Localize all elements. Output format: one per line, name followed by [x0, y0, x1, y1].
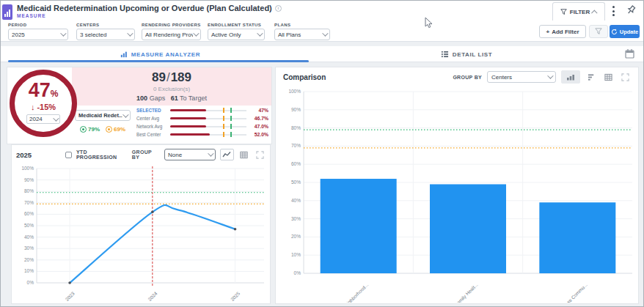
benchmark-label: Network Avg — [136, 124, 170, 129]
calendar-icon[interactable] — [625, 48, 634, 62]
chevron-down-icon — [122, 111, 128, 117]
svg-text:0%: 0% — [294, 270, 301, 275]
benchmark-label: Best Center — [136, 132, 170, 137]
green-threshold-tick — [230, 124, 232, 129]
benchmark-row: Best Center 52.0% — [136, 130, 268, 138]
target-ring-icon — [80, 126, 87, 133]
filter-centers-label: CENTERS — [76, 23, 135, 27]
mouse-cursor — [425, 17, 433, 32]
svg-text:Neighborhood...: Neighborhood... — [342, 282, 370, 303]
more-options-button[interactable] — [608, 5, 618, 17]
green-threshold-tick — [230, 116, 232, 121]
filter-rendering-providers-select[interactable]: All Rendering Provid... — [142, 29, 201, 40]
tab-strip: MEASURE ANALYZER DETAIL LIST — [1, 46, 643, 62]
comparison-bar-chart: 0%10%20%30%40%50%60%70%80%90%100%Neighbo… — [280, 87, 635, 303]
filter-centers: CENTERS 3 selected — [76, 23, 135, 40]
svg-text:50%: 50% — [291, 180, 301, 185]
target-green-badge: 79% — [80, 126, 100, 133]
target-green-value: 79% — [88, 126, 100, 133]
tab-detail-list[interactable]: DETAIL LIST — [320, 46, 613, 62]
clear-filter-button[interactable] — [589, 25, 608, 38]
plus-icon: + — [546, 29, 549, 35]
filter-enrollment-status-value: Active Only — [211, 32, 241, 38]
expand-button[interactable] — [255, 149, 266, 160]
orange-threshold-tick — [223, 108, 224, 113]
add-filter-label: Add Filter — [552, 29, 579, 35]
benchmark-value: 47% — [246, 108, 268, 113]
filter-enrollment-status-select[interactable]: Active Only — [208, 29, 265, 40]
page-title: Medicaid Redetermination Upcoming or Ove… — [17, 4, 282, 12]
table-view-button[interactable] — [238, 149, 249, 160]
add-filter-button[interactable]: +Add Filter — [539, 25, 586, 38]
svg-text:100%: 100% — [21, 166, 34, 171]
ytd-progression-label: YTD PROGRESSION — [76, 149, 128, 160]
chevron-down-icon — [193, 30, 199, 36]
svg-text:2023: 2023 — [65, 290, 76, 301]
svg-text:80%: 80% — [291, 125, 301, 130]
list-icon — [441, 51, 449, 58]
filter-rendering-providers-label: RENDERING PROVIDERS — [142, 23, 201, 27]
comparison-group-by-select[interactable]: Centers — [487, 71, 556, 83]
svg-text:20%: 20% — [291, 234, 301, 239]
compare-year-value: 2024 — [29, 116, 43, 122]
trend-group-by-select[interactable]: None — [164, 149, 216, 160]
table-view-button[interactable] — [602, 71, 614, 83]
benchmark-value: 47.0% — [246, 124, 268, 129]
measure-select[interactable]: Medicaid Redet... — [75, 110, 131, 121]
bar-chart-view-button[interactable] — [561, 70, 580, 84]
refresh-icon — [611, 29, 618, 35]
svg-text:20%: 20% — [24, 257, 34, 262]
tab-measure-analyzer-label: MEASURE ANALYZER — [131, 51, 200, 58]
gaps-count: 100 — [136, 95, 147, 102]
green-threshold-tick — [230, 132, 232, 137]
svg-text:Access Commu...: Access Commu... — [558, 282, 588, 303]
comparison-title: Comparison — [283, 73, 326, 81]
ytd-progression-checkbox[interactable] — [65, 152, 72, 158]
filter-toggle-button[interactable]: FILTER — [552, 2, 605, 21]
active-tab-indicator — [8, 60, 309, 62]
chevron-down-icon — [127, 30, 133, 36]
svg-text:2025: 2025 — [230, 290, 241, 301]
svg-text:40%: 40% — [291, 198, 301, 203]
chevron-down-icon — [547, 73, 553, 78]
filter-rendering-providers-value: All Rendering Provid... — [145, 32, 193, 38]
svg-text:10%: 10% — [24, 268, 34, 273]
expand-icon — [621, 73, 629, 81]
green-threshold-tick — [230, 108, 232, 113]
score-value: 47% — [15, 81, 72, 103]
benchmark-value: 52.0% — [246, 132, 268, 137]
svg-text:100%: 100% — [288, 89, 301, 94]
expand-button[interactable] — [619, 71, 631, 83]
top-header: Medicaid Redetermination Upcoming or Ove… — [1, 1, 643, 21]
benchmark-value: 46.7% — [246, 116, 268, 121]
filter-period-value: 2025 — [12, 32, 25, 38]
comparison-group-by-label: GROUP BY — [453, 75, 482, 80]
chevron-up-icon — [591, 10, 597, 15]
sort-view-button[interactable] — [585, 71, 597, 83]
exclusions-text: 0 Exclusion(s) — [72, 86, 271, 92]
filter-plans-select[interactable]: All Plans — [274, 29, 330, 40]
trend-card: 2025 YTD PROGRESSION GROUP BY None 0%10%… — [11, 144, 271, 304]
svg-text:2024: 2024 — [147, 290, 158, 301]
sort-bars-icon — [588, 73, 596, 81]
filter-plans-label: PLANS — [274, 23, 330, 27]
filter-period: PERIOD 2025 — [8, 23, 68, 40]
pin-icon[interactable] — [626, 4, 637, 16]
line-chart-view-button[interactable] — [220, 149, 234, 160]
funnel-icon — [560, 9, 567, 15]
filter-centers-select[interactable]: 3 selected — [76, 29, 135, 40]
trend-group-by-value: None — [168, 152, 182, 158]
benchmark-comparison: SELECTED 47% Center Avg 46.7% Network Av… — [136, 106, 268, 138]
to-target-count: 61 — [171, 95, 178, 102]
filter-period-select[interactable]: 2025 — [8, 29, 68, 40]
info-icon[interactable]: i — [275, 5, 282, 12]
fraction-separator: / — [166, 70, 171, 84]
gaps-to-target: 100 Gaps 61 To Target — [72, 95, 271, 102]
filter-rendering-providers: RENDERING PROVIDERS All Rendering Provid… — [142, 23, 201, 40]
compare-year-select[interactable]: 2024 — [26, 114, 60, 124]
update-button[interactable]: Update — [610, 25, 640, 38]
page-title-text: Medicaid Redetermination Upcoming or Ove… — [17, 4, 272, 12]
update-button-label: Update — [620, 29, 638, 35]
svg-text:60%: 60% — [291, 161, 301, 166]
target-badges: 79% 69% — [80, 126, 125, 133]
